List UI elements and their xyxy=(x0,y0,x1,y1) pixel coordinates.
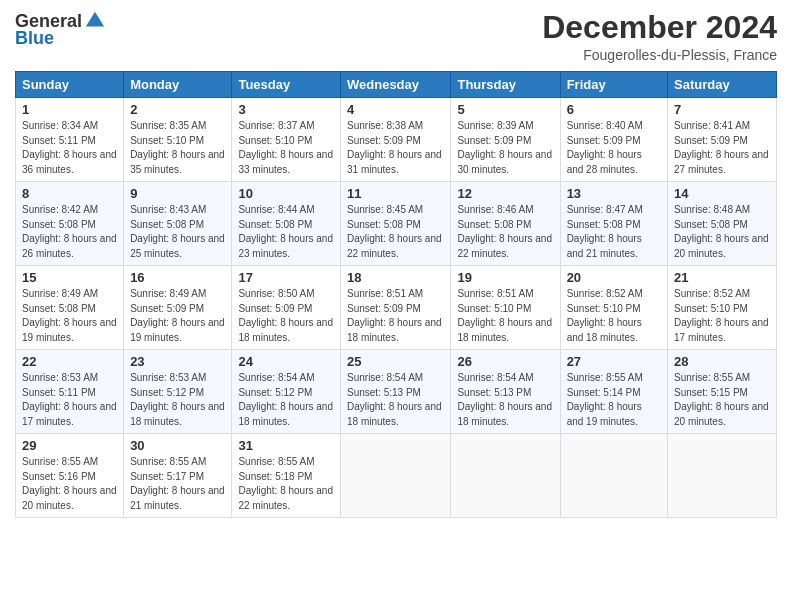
day-number: 23 xyxy=(130,354,225,369)
calendar-cell: 3 Sunrise: 8:37 AMSunset: 5:10 PMDayligh… xyxy=(232,98,341,182)
title-block: December 2024 Fougerolles-du-Plessis, Fr… xyxy=(542,10,777,63)
day-header-thursday: Thursday xyxy=(451,72,560,98)
day-number: 3 xyxy=(238,102,334,117)
day-number: 16 xyxy=(130,270,225,285)
day-info: Sunrise: 8:49 AMSunset: 5:08 PMDaylight:… xyxy=(22,288,117,343)
day-number: 9 xyxy=(130,186,225,201)
day-number: 15 xyxy=(22,270,117,285)
day-info: Sunrise: 8:55 AMSunset: 5:18 PMDaylight:… xyxy=(238,456,333,511)
day-info: Sunrise: 8:51 AMSunset: 5:10 PMDaylight:… xyxy=(457,288,552,343)
day-info: Sunrise: 8:45 AMSunset: 5:08 PMDaylight:… xyxy=(347,204,442,259)
month-title: December 2024 xyxy=(542,10,777,45)
calendar-cell: 27 Sunrise: 8:55 AMSunset: 5:14 PMDaylig… xyxy=(560,350,667,434)
calendar-cell: 4 Sunrise: 8:38 AMSunset: 5:09 PMDayligh… xyxy=(341,98,451,182)
day-info: Sunrise: 8:46 AMSunset: 5:08 PMDaylight:… xyxy=(457,204,552,259)
day-number: 30 xyxy=(130,438,225,453)
day-info: Sunrise: 8:48 AMSunset: 5:08 PMDaylight:… xyxy=(674,204,769,259)
day-number: 25 xyxy=(347,354,444,369)
calendar-cell: 6 Sunrise: 8:40 AMSunset: 5:09 PMDayligh… xyxy=(560,98,667,182)
calendar-cell: 16 Sunrise: 8:49 AMSunset: 5:09 PMDaylig… xyxy=(124,266,232,350)
day-info: Sunrise: 8:44 AMSunset: 5:08 PMDaylight:… xyxy=(238,204,333,259)
day-info: Sunrise: 8:50 AMSunset: 5:09 PMDaylight:… xyxy=(238,288,333,343)
day-info: Sunrise: 8:55 AMSunset: 5:15 PMDaylight:… xyxy=(674,372,769,427)
day-number: 14 xyxy=(674,186,770,201)
calendar-cell: 29 Sunrise: 8:55 AMSunset: 5:16 PMDaylig… xyxy=(16,434,124,518)
calendar-cell: 10 Sunrise: 8:44 AMSunset: 5:08 PMDaylig… xyxy=(232,182,341,266)
calendar-cell: 5 Sunrise: 8:39 AMSunset: 5:09 PMDayligh… xyxy=(451,98,560,182)
calendar-cell: 7 Sunrise: 8:41 AMSunset: 5:09 PMDayligh… xyxy=(668,98,777,182)
day-number: 10 xyxy=(238,186,334,201)
day-number: 17 xyxy=(238,270,334,285)
calendar-week-row: 29 Sunrise: 8:55 AMSunset: 5:16 PMDaylig… xyxy=(16,434,777,518)
day-number: 11 xyxy=(347,186,444,201)
day-info: Sunrise: 8:38 AMSunset: 5:09 PMDaylight:… xyxy=(347,120,442,175)
day-info: Sunrise: 8:34 AMSunset: 5:11 PMDaylight:… xyxy=(22,120,117,175)
calendar-cell: 1 Sunrise: 8:34 AMSunset: 5:11 PMDayligh… xyxy=(16,98,124,182)
day-number: 18 xyxy=(347,270,444,285)
calendar-cell: 2 Sunrise: 8:35 AMSunset: 5:10 PMDayligh… xyxy=(124,98,232,182)
day-number: 20 xyxy=(567,270,661,285)
calendar-cell: 30 Sunrise: 8:55 AMSunset: 5:17 PMDaylig… xyxy=(124,434,232,518)
day-info: Sunrise: 8:53 AMSunset: 5:11 PMDaylight:… xyxy=(22,372,117,427)
calendar-cell: 20 Sunrise: 8:52 AMSunset: 5:10 PMDaylig… xyxy=(560,266,667,350)
day-info: Sunrise: 8:55 AMSunset: 5:16 PMDaylight:… xyxy=(22,456,117,511)
day-number: 4 xyxy=(347,102,444,117)
day-info: Sunrise: 8:55 AMSunset: 5:17 PMDaylight:… xyxy=(130,456,225,511)
calendar-cell: 28 Sunrise: 8:55 AMSunset: 5:15 PMDaylig… xyxy=(668,350,777,434)
calendar-cell xyxy=(668,434,777,518)
calendar-table: SundayMondayTuesdayWednesdayThursdayFrid… xyxy=(15,71,777,518)
calendar-cell: 8 Sunrise: 8:42 AMSunset: 5:08 PMDayligh… xyxy=(16,182,124,266)
calendar-cell: 14 Sunrise: 8:48 AMSunset: 5:08 PMDaylig… xyxy=(668,182,777,266)
day-info: Sunrise: 8:47 AMSunset: 5:08 PMDaylight:… xyxy=(567,204,643,259)
day-info: Sunrise: 8:51 AMSunset: 5:09 PMDaylight:… xyxy=(347,288,442,343)
calendar-cell xyxy=(451,434,560,518)
logo-blue-text: Blue xyxy=(15,28,54,48)
day-header-saturday: Saturday xyxy=(668,72,777,98)
day-info: Sunrise: 8:35 AMSunset: 5:10 PMDaylight:… xyxy=(130,120,225,175)
calendar-cell xyxy=(341,434,451,518)
calendar-page: General Blue December 2024 Fougerolles-d… xyxy=(0,0,792,612)
day-number: 13 xyxy=(567,186,661,201)
svg-marker-0 xyxy=(86,12,104,27)
calendar-week-row: 22 Sunrise: 8:53 AMSunset: 5:11 PMDaylig… xyxy=(16,350,777,434)
calendar-week-row: 1 Sunrise: 8:34 AMSunset: 5:11 PMDayligh… xyxy=(16,98,777,182)
day-info: Sunrise: 8:43 AMSunset: 5:08 PMDaylight:… xyxy=(130,204,225,259)
day-number: 29 xyxy=(22,438,117,453)
day-header-tuesday: Tuesday xyxy=(232,72,341,98)
day-number: 31 xyxy=(238,438,334,453)
day-number: 2 xyxy=(130,102,225,117)
calendar-cell: 22 Sunrise: 8:53 AMSunset: 5:11 PMDaylig… xyxy=(16,350,124,434)
calendar-cell: 11 Sunrise: 8:45 AMSunset: 5:08 PMDaylig… xyxy=(341,182,451,266)
day-info: Sunrise: 8:40 AMSunset: 5:09 PMDaylight:… xyxy=(567,120,643,175)
day-number: 19 xyxy=(457,270,553,285)
day-number: 7 xyxy=(674,102,770,117)
day-header-monday: Monday xyxy=(124,72,232,98)
day-info: Sunrise: 8:39 AMSunset: 5:09 PMDaylight:… xyxy=(457,120,552,175)
day-info: Sunrise: 8:52 AMSunset: 5:10 PMDaylight:… xyxy=(674,288,769,343)
day-number: 1 xyxy=(22,102,117,117)
day-number: 24 xyxy=(238,354,334,369)
calendar-cell: 19 Sunrise: 8:51 AMSunset: 5:10 PMDaylig… xyxy=(451,266,560,350)
day-header-friday: Friday xyxy=(560,72,667,98)
day-info: Sunrise: 8:42 AMSunset: 5:08 PMDaylight:… xyxy=(22,204,117,259)
day-number: 12 xyxy=(457,186,553,201)
day-number: 5 xyxy=(457,102,553,117)
calendar-cell xyxy=(560,434,667,518)
calendar-cell: 17 Sunrise: 8:50 AMSunset: 5:09 PMDaylig… xyxy=(232,266,341,350)
calendar-cell: 23 Sunrise: 8:53 AMSunset: 5:12 PMDaylig… xyxy=(124,350,232,434)
page-header: General Blue December 2024 Fougerolles-d… xyxy=(15,10,777,63)
calendar-cell: 21 Sunrise: 8:52 AMSunset: 5:10 PMDaylig… xyxy=(668,266,777,350)
calendar-cell: 24 Sunrise: 8:54 AMSunset: 5:12 PMDaylig… xyxy=(232,350,341,434)
day-info: Sunrise: 8:54 AMSunset: 5:13 PMDaylight:… xyxy=(347,372,442,427)
location-title: Fougerolles-du-Plessis, France xyxy=(542,47,777,63)
day-info: Sunrise: 8:53 AMSunset: 5:12 PMDaylight:… xyxy=(130,372,225,427)
day-header-sunday: Sunday xyxy=(16,72,124,98)
calendar-cell: 25 Sunrise: 8:54 AMSunset: 5:13 PMDaylig… xyxy=(341,350,451,434)
day-number: 28 xyxy=(674,354,770,369)
calendar-cell: 31 Sunrise: 8:55 AMSunset: 5:18 PMDaylig… xyxy=(232,434,341,518)
day-info: Sunrise: 8:37 AMSunset: 5:10 PMDaylight:… xyxy=(238,120,333,175)
logo-icon xyxy=(84,10,106,32)
day-info: Sunrise: 8:49 AMSunset: 5:09 PMDaylight:… xyxy=(130,288,225,343)
day-number: 22 xyxy=(22,354,117,369)
day-number: 8 xyxy=(22,186,117,201)
